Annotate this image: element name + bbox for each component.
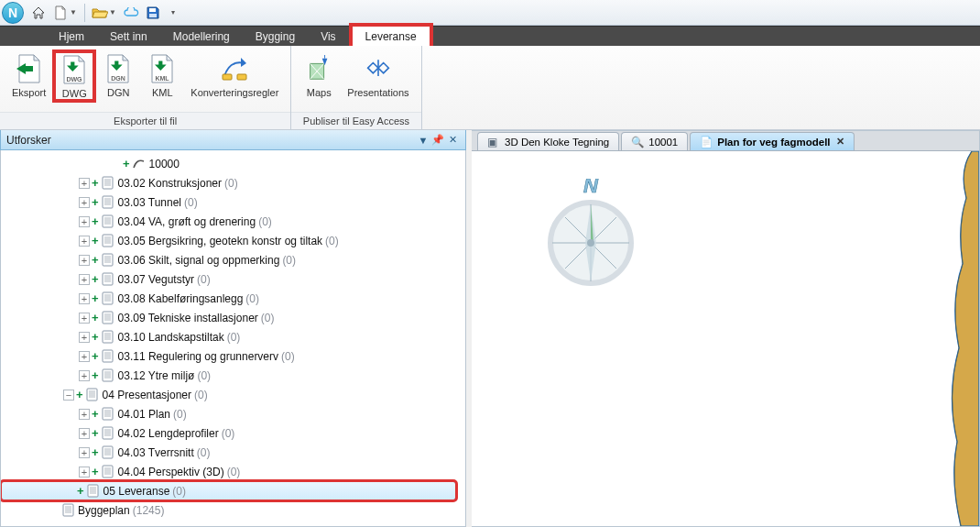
doc-icon — [101, 234, 115, 248]
tree-row[interactable]: Byggeplan(1245) — [1, 500, 465, 520]
tree-item-count: (0) — [197, 273, 211, 286]
expand-icon[interactable]: + — [79, 216, 90, 227]
expand-icon[interactable]: + — [79, 351, 90, 362]
doc-icon — [101, 368, 115, 383]
canvas[interactable]: N — [472, 151, 979, 526]
tab-modellering[interactable]: Modellering — [160, 27, 243, 46]
add-icon: + — [92, 272, 99, 286]
expand-icon[interactable]: + — [79, 409, 90, 420]
view-tab-10001[interactable]: 🔍 10001 — [621, 132, 688, 150]
expand-icon[interactable]: + — [79, 313, 90, 324]
expand-icon[interactable]: + — [79, 293, 90, 304]
add-icon: + — [76, 388, 83, 401]
tree-row[interactable]: ++04.01 Plan(0) — [1, 404, 465, 423]
search-icon: 🔍 — [631, 136, 644, 148]
tab-bygging[interactable]: Bygging — [243, 27, 308, 46]
kml-button[interactable]: KML KML — [140, 49, 184, 101]
tab-settinn[interactable]: Sett inn — [97, 27, 160, 46]
doc-icon — [86, 484, 101, 499]
tab-hjem[interactable]: Hjem — [46, 27, 97, 46]
ribbon-tabs: Hjem Sett inn Modellering Bygging Vis Le… — [0, 26, 980, 46]
doc-icon — [101, 176, 115, 191]
app-icon[interactable]: N — [2, 2, 24, 24]
expand-icon[interactable]: + — [79, 178, 90, 189]
open-folder-icon[interactable] — [91, 4, 109, 22]
tab-leveranse[interactable]: Leveranse — [349, 23, 433, 46]
dropdown-icon[interactable]: ▼ — [416, 135, 430, 146]
tree-item-label: 03.08 Kabelføringsanlegg — [118, 292, 244, 305]
expand-icon[interactable]: + — [79, 332, 90, 343]
collapse-icon[interactable]: − — [63, 390, 74, 401]
add-icon: + — [92, 253, 99, 267]
tree-item-label: 03.07 Vegutstyr — [118, 273, 194, 286]
doc-icon — [101, 445, 115, 460]
tree-row[interactable]: ++03.08 Kabelføringsanlegg(0) — [1, 289, 465, 308]
view-tab-plan[interactable]: 📄 Plan for veg fagmodell ✕ — [690, 132, 854, 150]
explorer-title-bar[interactable]: Utforsker ▼ 📌 ✕ — [0, 130, 466, 150]
expand-icon[interactable]: + — [79, 370, 90, 381]
tree-scroll[interactable]: +10000++03.02 Konstruksjoner(0)++03.03 T… — [1, 150, 465, 526]
cube-icon: ▣ — [487, 136, 500, 148]
eksport-button[interactable]: Eksport — [5, 49, 52, 101]
home-icon[interactable] — [29, 4, 48, 22]
ribbon: Eksport DWG DWG DGN DGN KML K — [0, 46, 980, 130]
tree-row[interactable]: ++03.07 Vegutstyr(0) — [1, 269, 465, 289]
tree-item-label: 04.02 Lengdeprofiler — [118, 427, 219, 440]
expand-icon[interactable]: + — [79, 467, 90, 478]
tree-item-label: 03.05 Bergsikring, geotekn konstr og til… — [118, 235, 322, 247]
group-label: Publiser til Easy Access — [291, 112, 420, 129]
tree-row[interactable]: +10000 — [1, 154, 465, 173]
tree-row[interactable]: ++03.05 Bergsikring, geotekn konstr og t… — [1, 231, 465, 250]
kml-icon: KML — [147, 52, 178, 85]
tree-row[interactable]: ++03.10 Landskapstiltak(0) — [1, 327, 465, 346]
tree-row[interactable]: ++03.04 VA, grøft og drenering(0) — [1, 212, 465, 231]
konverteringsregler-button[interactable]: Konverteringsregler — [184, 49, 285, 101]
tab-vis[interactable]: Vis — [308, 27, 348, 46]
expand-icon[interactable]: + — [79, 197, 90, 208]
curve-icon — [132, 157, 147, 171]
dgn-icon: DGN — [103, 52, 134, 85]
close-icon[interactable]: ✕ — [836, 136, 844, 148]
expand-icon[interactable]: + — [79, 255, 90, 266]
doc-icon: 📄 — [700, 136, 713, 148]
expand-icon[interactable]: + — [79, 428, 90, 439]
doc-icon — [101, 465, 115, 479]
maps-button[interactable]: Maps — [297, 49, 341, 101]
dropdown-icon[interactable]: ▼ — [109, 8, 116, 16]
presentation-icon — [363, 52, 394, 85]
dwg-button[interactable]: DWG DWG — [52, 49, 96, 103]
terrain-shape — [941, 151, 979, 526]
tree-row[interactable]: +05 Leveranse(0) — [1, 481, 456, 500]
tree-row[interactable]: ++04.02 Lengdeprofiler(0) — [1, 423, 465, 443]
add-icon: + — [92, 311, 99, 324]
expand-icon[interactable]: + — [79, 236, 90, 247]
tree-row[interactable]: ++03.12 Ytre miljø(0) — [1, 366, 465, 385]
add-icon: + — [92, 426, 99, 440]
tree-item-count: (0) — [281, 350, 295, 363]
cloud-icon[interactable] — [122, 4, 140, 22]
new-doc-icon[interactable] — [51, 4, 70, 22]
tree-row[interactable]: ++04.03 Tverrsnitt(0) — [1, 443, 465, 462]
save-icon[interactable] — [144, 4, 162, 22]
pin-icon[interactable]: 📌 — [430, 134, 445, 146]
tree-row[interactable]: ++04.04 Perspektiv (3D)(0) — [1, 462, 465, 481]
export-icon — [14, 52, 45, 85]
tree-row[interactable]: ++03.11 Regulering og grunnerverv(0) — [1, 346, 465, 366]
tree-item-count: (0) — [245, 292, 259, 305]
qat-customize-icon[interactable]: ▾ — [171, 8, 175, 16]
view-tab-3d[interactable]: ▣ 3D Den Kloke Tegning — [477, 132, 619, 150]
tree-row[interactable]: ++03.02 Konstruksjoner(0) — [1, 173, 465, 192]
expand-icon[interactable]: + — [79, 447, 90, 458]
expand-icon[interactable]: + — [79, 274, 90, 285]
tree-row[interactable]: ++03.03 Tunnel(0) — [1, 192, 465, 212]
tree-row[interactable]: ++03.09 Tekniske installasjoner(0) — [1, 308, 465, 327]
close-icon[interactable]: ✕ — [445, 134, 460, 146]
tree-item-count: (0) — [173, 408, 187, 421]
tree-item-count: (0) — [325, 235, 339, 247]
tree-row[interactable]: ++03.06 Skilt, signal og oppmerking(0) — [1, 250, 465, 269]
tree-item-label: 10000 — [149, 158, 180, 170]
dropdown-icon[interactable]: ▼ — [70, 8, 77, 16]
tree-row[interactable]: −+04 Presentasjoner(0) — [1, 385, 465, 404]
presentations-button[interactable]: Presentations — [341, 49, 415, 101]
dgn-button[interactable]: DGN DGN — [96, 49, 140, 101]
